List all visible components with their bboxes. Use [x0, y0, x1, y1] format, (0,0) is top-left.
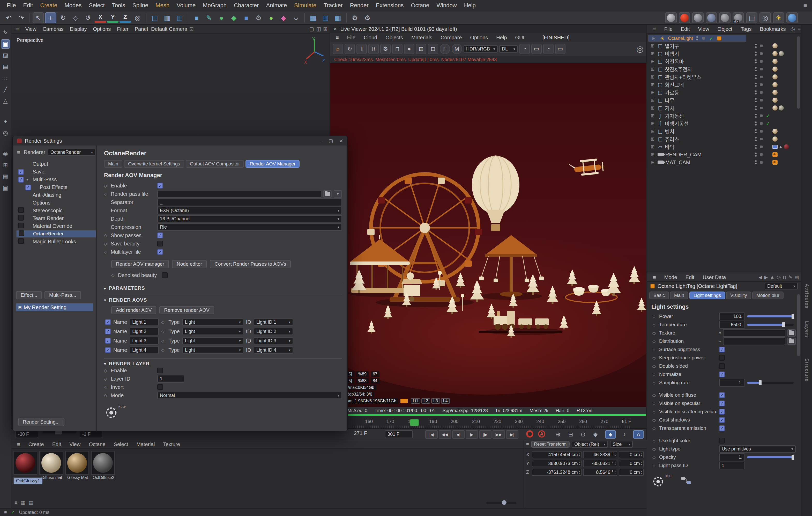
category-checkbox[interactable]: ✓	[25, 185, 31, 190]
tab-visibility[interactable]: Visibility	[726, 292, 751, 299]
temperature-slider[interactable]	[747, 324, 794, 326]
attribute-menu-mode[interactable]: Mode	[661, 273, 681, 281]
menu-tools[interactable]: Tools	[108, 1, 129, 10]
visibility-dots[interactable]	[754, 137, 758, 141]
record-rotation-icon[interactable]: ⊙	[578, 430, 588, 439]
render-settings-category-output[interactable]: Output	[16, 160, 96, 168]
reset-transform-button[interactable]: Reset Transform	[531, 441, 570, 447]
object-row-기차[interactable]: ⊞▢기차	[648, 104, 801, 112]
object-tree-scrollbar[interactable]	[797, 36, 800, 109]
playhead[interactable]	[410, 419, 419, 426]
visibility-dots[interactable]	[754, 129, 758, 133]
render-layer-section[interactable]: ▾ RENDER LAYER	[104, 358, 342, 366]
workplane-icon[interactable]: ▦	[1, 172, 10, 181]
object-menu-bookmarks[interactable]: Bookmarks	[756, 25, 789, 33]
spinner[interactable]: ▴▾	[579, 453, 580, 457]
visibility-dots[interactable]	[754, 44, 758, 48]
expand-icon[interactable]: ⊞	[651, 35, 657, 41]
object-row-octanelight[interactable]: ⊞☀OctaneLight✓	[648, 35, 746, 42]
layer-chip[interactable]	[760, 45, 762, 47]
visibility-dots[interactable]	[754, 75, 758, 79]
close-icon[interactable]: ×	[333, 26, 336, 32]
interactive-region-icon[interactable]	[706, 12, 717, 23]
visible-on-specular-checkbox[interactable]: ✓	[719, 401, 725, 406]
viewport-menu-panel[interactable]: Panel	[132, 26, 150, 33]
aov-enabled-checkbox[interactable]: ✓	[105, 319, 111, 325]
render-dot[interactable]	[755, 77, 757, 79]
chevron-down-icon[interactable]: ▾	[719, 339, 721, 343]
separator-field[interactable]: _	[157, 198, 342, 206]
target-icon[interactable]: ◎	[759, 12, 771, 23]
keyframe-selection-button[interactable]: ◆	[605, 430, 616, 439]
enable-checkbox[interactable]: ✓	[157, 183, 163, 189]
refresh-icon[interactable]: ↻	[345, 44, 355, 54]
layer-chip[interactable]	[760, 76, 762, 78]
viewport-solo-icon[interactable]: ◎	[1, 129, 10, 138]
render-dot[interactable]	[755, 132, 757, 133]
mode-select[interactable]: Normal▾	[157, 392, 342, 399]
anim-dot-icon[interactable]: ◇	[652, 355, 657, 360]
enabled-check-icon[interactable]: ✓	[765, 113, 772, 119]
editor-dot[interactable]	[755, 129, 757, 131]
octane-help-button[interactable]: HELP	[105, 406, 342, 419]
render-dot[interactable]	[755, 155, 757, 157]
normalize-checkbox[interactable]: ✓	[719, 372, 725, 377]
distribution-field[interactable]	[723, 337, 785, 345]
object-row-열기구[interactable]: ⊞▢열기구	[648, 42, 801, 50]
polygons-mode-icon[interactable]: △	[1, 96, 10, 106]
slider-handle[interactable]	[791, 455, 794, 460]
axis-y-button[interactable]: Y	[107, 13, 118, 23]
multilayer-file-checkbox[interactable]: ✓	[157, 249, 163, 255]
layer-chip[interactable]	[760, 145, 762, 148]
editor-dot[interactable]	[755, 52, 757, 53]
visibility-dots[interactable]	[754, 160, 758, 164]
sound-icon[interactable]: ♪	[620, 430, 629, 439]
spinner[interactable]: ▴▾	[641, 453, 642, 457]
anim-dot-icon[interactable]: ◇	[652, 455, 657, 460]
anim-dot-icon[interactable]: ◇	[104, 192, 109, 196]
light-pass-id-field[interactable]: 1	[719, 462, 745, 469]
category-checkbox[interactable]	[18, 238, 24, 244]
tex2-tag-icon[interactable]	[779, 105, 784, 111]
editor-dot[interactable]	[755, 137, 757, 138]
anim-dot-icon[interactable]: ◇	[652, 426, 657, 431]
single-view-icon[interactable]: ▢	[309, 26, 314, 32]
tex-tag-icon[interactable]	[773, 98, 778, 103]
points-mode-icon[interactable]: ∷	[1, 74, 10, 83]
visibility-dots[interactable]	[754, 52, 758, 56]
render-settings-titlebar[interactable]: Render Settings – ▢ ✕	[13, 136, 347, 145]
spinner-down-icon[interactable]: ▾	[579, 463, 580, 465]
visibility-dots[interactable]	[754, 90, 758, 94]
cam-tag-icon[interactable]	[773, 160, 778, 165]
render-aov-manager-button[interactable]: Render AOV manager	[111, 260, 169, 268]
expand-icon[interactable]: ⊞	[650, 97, 656, 103]
spinner-down-icon[interactable]: ▾	[641, 455, 642, 457]
layer-chip[interactable]	[760, 83, 762, 86]
enabled-check-icon[interactable]: ✓	[765, 120, 772, 127]
anim-dot-icon[interactable]: ◇	[652, 409, 657, 414]
undo-icon[interactable]: ↶	[3, 12, 14, 23]
visibility-dots[interactable]	[754, 121, 758, 126]
timeline-min-field[interactable]: -1 F	[80, 430, 103, 438]
object-menu-icon[interactable]: ≡	[649, 25, 660, 33]
prev-frame-button[interactable]: ◀|	[452, 430, 465, 439]
anim-dot-icon[interactable]: ◇	[161, 329, 166, 334]
render-settings-category-material-override[interactable]: Material Override	[16, 222, 96, 230]
anim-dot-icon[interactable]: ◇	[104, 183, 109, 188]
category-checkbox[interactable]: ✓	[18, 177, 24, 183]
render-active-view-icon[interactable]	[665, 12, 677, 23]
render-dot[interactable]	[755, 124, 757, 126]
power-slider[interactable]	[747, 315, 794, 318]
expand-icon[interactable]: ⊞	[650, 144, 656, 150]
render-image[interactable]: Ti [D][7.5]%8967Ti [D][7.5]%8884 te used…	[330, 63, 646, 407]
add-render-aov-button[interactable]: Add render AOV	[111, 306, 156, 314]
sun-icon[interactable]: ☀	[773, 12, 784, 23]
layout-view-icon[interactable]: ▤	[29, 500, 34, 506]
tab-motion-blur[interactable]: Motion blur	[752, 292, 784, 299]
material-thumbnail[interactable]	[91, 451, 115, 475]
spinner[interactable]: ▴▾	[641, 470, 642, 474]
material-thumbnail[interactable]	[39, 451, 63, 475]
path-bar-icon[interactable]: ≡	[798, 26, 801, 32]
render-view-icon[interactable]: ⚙	[349, 12, 360, 23]
live-viewer-menu-materials[interactable]: Materials	[408, 34, 436, 42]
